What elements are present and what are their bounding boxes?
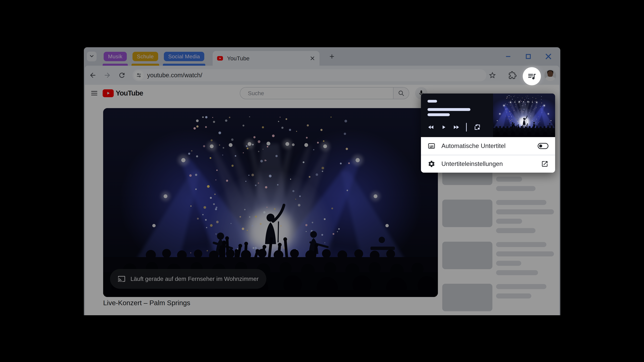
previous-track-button[interactable]	[428, 124, 434, 131]
media-artwork	[493, 93, 555, 137]
media-transport-controls	[428, 123, 493, 132]
open-in-new-button[interactable]	[541, 160, 548, 168]
picture-in-picture-button[interactable]	[473, 123, 482, 131]
skeleton-title-pill	[428, 108, 470, 111]
auto-subtitles-item[interactable]: Automatische Untertitel	[421, 137, 555, 155]
media-controls-button[interactable]	[523, 67, 541, 85]
dim-overlay	[84, 47, 560, 315]
skeleton-artist-pill	[428, 113, 450, 116]
desktop-background: Musik Schule Social Media	[0, 0, 644, 362]
media-session-card	[421, 93, 555, 137]
subtitle-settings-item[interactable]: Untertiteleinstellungen	[421, 155, 555, 173]
media-metadata	[421, 93, 493, 137]
subtitles-icon	[428, 142, 435, 150]
play-button[interactable]	[440, 124, 446, 130]
toggle-knob	[539, 144, 542, 147]
skeleton-source-pill	[428, 100, 437, 103]
open-in-new-icon	[541, 160, 548, 168]
media-controls-popup: Automatische Untertitel Untertiteleinste…	[421, 93, 555, 173]
next-track-button[interactable]	[453, 124, 460, 131]
auto-subtitles-toggle[interactable]	[538, 143, 548, 149]
auto-subtitles-label: Automatische Untertitel	[442, 142, 506, 149]
browser-window: Musik Schule Social Media	[84, 47, 560, 315]
subtitle-settings-label: Untertiteleinstellungen	[442, 160, 503, 167]
queue-music-icon	[527, 71, 536, 81]
controls-divider	[466, 123, 467, 132]
captions-menu: Automatische Untertitel Untertiteleinste…	[421, 137, 555, 173]
gear-icon	[428, 160, 435, 168]
